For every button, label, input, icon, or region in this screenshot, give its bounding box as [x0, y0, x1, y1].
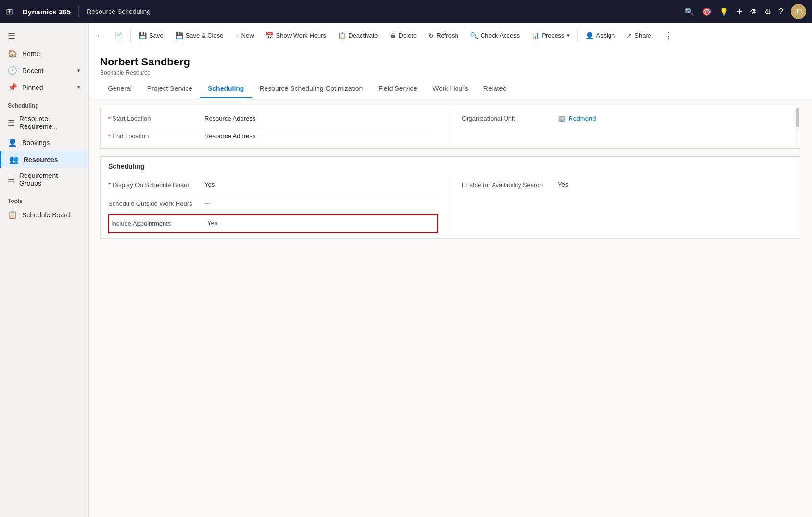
tab-field-service[interactable]: Field Service [370, 80, 425, 98]
more-options-icon[interactable]: ⋮ [660, 27, 676, 44]
display-required: * [108, 181, 111, 189]
deactivate-label: Deactivate [348, 32, 378, 39]
start-location-required: * [108, 116, 110, 122]
tab-related[interactable]: Related [476, 80, 514, 98]
scrollbar-thumb[interactable] [796, 108, 799, 127]
tab-project-service[interactable]: Project Service [140, 80, 200, 98]
sidebar-pinned-label: Pinned [22, 84, 43, 91]
help-icon[interactable]: ? [779, 7, 783, 16]
schedule-board-icon: 📋 [8, 210, 17, 219]
app-grid-icon[interactable]: ⊞ [6, 6, 13, 17]
sidebar-item-resources[interactable]: 👥 Resources [0, 151, 88, 168]
tab-work-hours[interactable]: Work Hours [425, 80, 476, 98]
hamburger-menu-icon[interactable]: ☰ [0, 27, 88, 45]
assign-button[interactable]: 👤 Assign [581, 29, 620, 42]
include-appointments-value: Yes [207, 219, 217, 227]
start-location-row: * Start Location Resource Address [108, 110, 438, 127]
include-appointments-row: Include Appointments Yes [108, 214, 438, 233]
form-view-button[interactable]: 📄 [110, 29, 127, 42]
resources-icon: 👥 [9, 155, 19, 164]
check-access-button[interactable]: 🔍 Check Access [465, 29, 525, 42]
sidebar-item-resource-requirements[interactable]: ☰ Resource Requireme... [0, 111, 88, 134]
new-icon: + [235, 32, 239, 39]
filter-icon[interactable]: ⚗ [750, 7, 757, 16]
tab-scheduling[interactable]: Scheduling [200, 80, 252, 98]
sidebar-bookings-label: Bookings [22, 139, 50, 147]
scrollbar-track [795, 106, 800, 148]
process-button[interactable]: 📊 Process ▾ [526, 29, 574, 42]
page-title: Norbert Sandberg [100, 56, 800, 68]
include-appointments-label: Include Appointments [111, 219, 207, 228]
new-label: New [241, 32, 254, 39]
share-button[interactable]: ↗ Share [622, 29, 656, 42]
check-access-icon: 🔍 [470, 32, 478, 39]
sidebar-item-bookings[interactable]: 👤 Bookings [0, 134, 88, 151]
lightbulb-icon[interactable]: 💡 [719, 7, 729, 16]
share-icon: ↗ [626, 32, 632, 39]
display-schedule-board-row: * Display On Schedule Board Yes [108, 176, 438, 195]
assign-label: Assign [596, 32, 615, 39]
form-icon: 📄 [114, 32, 123, 39]
show-work-hours-button[interactable]: 📅 Show Work Hours [261, 29, 331, 42]
process-label: Process [542, 32, 564, 39]
end-location-row: * End Location Resource Address [108, 127, 438, 144]
save-close-button[interactable]: 💾 Save & Close [170, 29, 228, 42]
calendar-icon: 📅 [266, 32, 274, 39]
display-schedule-board-label: * Display On Schedule Board [108, 181, 204, 189]
tab-general[interactable]: General [100, 80, 140, 98]
back-button[interactable]: ← [92, 28, 108, 43]
assign-icon: 👤 [585, 32, 594, 39]
process-chevron-icon: ▾ [567, 32, 570, 38]
sidebar-item-schedule-board[interactable]: 📋 Schedule Board [0, 206, 88, 223]
app-title: Dynamics 365 [23, 8, 71, 16]
requirements-icon: ☰ [8, 118, 14, 127]
app-name: Resource Scheduling [87, 8, 151, 15]
deactivate-button[interactable]: 📋 Deactivate [333, 29, 382, 42]
display-schedule-board-value: Yes [204, 181, 215, 188]
content-area: * Start Location Resource Address * End … [89, 98, 812, 517]
search-icon[interactable]: 🔍 [685, 7, 694, 16]
delete-button[interactable]: 🗑 Delete [385, 29, 422, 42]
start-location-value: Resource Address [204, 115, 255, 122]
location-section: * Start Location Resource Address * End … [100, 106, 800, 149]
location-grid: * Start Location Resource Address * End … [108, 110, 792, 144]
sidebar-item-home[interactable]: 🏠 Home [0, 45, 88, 62]
sidebar: ☰ 🏠 Home 🕐 Recent ▾ 📌 Pinned ▾ Schedulin… [0, 23, 89, 517]
end-location-required: * [108, 133, 110, 139]
location-left-col: * Start Location Resource Address * End … [108, 110, 450, 144]
enable-availability-row: Enable for Availability Search Yes [462, 176, 792, 194]
start-location-label: * Start Location [108, 115, 204, 122]
new-button[interactable]: + New [230, 29, 258, 42]
tab-bar: General Project Service Scheduling Resou… [89, 80, 812, 98]
tab-resource-scheduling-optimization[interactable]: Resource Scheduling Optimization [252, 80, 370, 98]
sidebar-item-pinned[interactable]: 📌 Pinned ▾ [0, 79, 88, 96]
sidebar-requirements-label: Resource Requireme... [19, 115, 80, 130]
target-icon[interactable]: 🎯 [702, 7, 711, 16]
delete-label: Delete [399, 32, 417, 39]
sidebar-requirement-groups-label: Requirement Groups [19, 172, 80, 187]
org-unit-value[interactable]: 🏢 Redmond [558, 115, 596, 122]
add-icon[interactable]: + [736, 6, 742, 17]
save-button[interactable]: 💾 Save [134, 29, 168, 42]
show-work-hours-label: Show Work Hours [276, 32, 327, 39]
refresh-icon: ↻ [428, 32, 434, 39]
sidebar-item-requirement-groups[interactable]: ☰ Requirement Groups [0, 168, 88, 191]
sidebar-schedule-board-label: Schedule Board [22, 211, 70, 219]
refresh-label: Refresh [436, 32, 458, 39]
settings-icon[interactable]: ⚙ [764, 7, 771, 16]
process-icon: 📊 [531, 32, 539, 39]
bookings-icon: 👤 [8, 138, 17, 147]
scheduling-section-label: Scheduling [0, 96, 88, 111]
top-navigation: ⊞ Dynamics 365 Resource Scheduling 🔍 🎯 💡… [0, 0, 812, 23]
refresh-button[interactable]: ↻ Refresh [423, 29, 463, 42]
org-unit-row: Organizational Unit 🏢 Redmond [462, 110, 792, 127]
home-icon: 🏠 [8, 49, 17, 58]
save-close-icon: 💾 [175, 32, 183, 39]
avatar[interactable]: JC [791, 4, 806, 19]
page-header: Norbert Sandberg Bookable Resource [89, 48, 812, 76]
toolbar-divider-2 [577, 29, 578, 42]
nav-separator [78, 6, 79, 17]
main-layout: ☰ 🏠 Home 🕐 Recent ▾ 📌 Pinned ▾ Schedulin… [0, 23, 812, 517]
requirement-groups-icon: ☰ [8, 175, 14, 184]
sidebar-item-recent[interactable]: 🕐 Recent ▾ [0, 62, 88, 79]
